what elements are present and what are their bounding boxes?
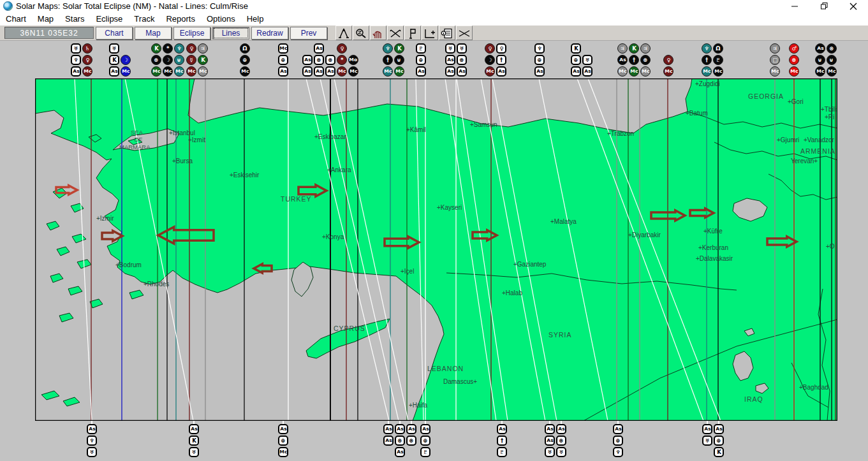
astro-glyph-badge: † xyxy=(629,55,639,65)
country-label: LEBANON xyxy=(427,365,464,372)
tool-icon-bar xyxy=(335,26,473,40)
astro-glyph-badge: Mc xyxy=(163,66,173,77)
astro-glyph-badge: ♃ xyxy=(198,43,208,54)
flag-tool-button[interactable] xyxy=(404,26,421,40)
city-label: +Küfre xyxy=(703,228,723,235)
prev-button[interactable]: Prev xyxy=(290,27,327,40)
pan-tool-button[interactable] xyxy=(370,26,386,40)
astro-glyph-badge: ☿ xyxy=(186,55,196,65)
astro-glyph-badge: ♀ xyxy=(186,43,196,54)
astro-glyph-badge: † xyxy=(496,55,506,65)
city-label: +Içel xyxy=(401,268,414,275)
city-label: +Gori xyxy=(788,98,804,105)
astro-glyph-badge: ⊗ xyxy=(457,55,467,65)
astro-glyph-badge: ♇ xyxy=(416,43,426,54)
menu-chart[interactable]: Chart xyxy=(0,13,32,25)
astro-glyph-badge: As xyxy=(582,66,592,77)
menu-map[interactable]: Map xyxy=(32,13,59,25)
axes-tool-button[interactable] xyxy=(422,26,438,40)
astro-glyph-badge: ♀ xyxy=(82,55,92,65)
astro-glyph-badge: ♀ xyxy=(485,43,495,54)
astro-glyph-badge: As xyxy=(302,55,313,65)
toolbar: 36N11 035E32 ChartMapEclipseLinesRedrawP… xyxy=(0,26,868,41)
astro-glyph-badge: ⊕ xyxy=(240,55,250,65)
city-label: +Bursa xyxy=(172,157,193,165)
city-label: +Diyarbakir xyxy=(628,231,661,238)
astro-glyph-badge: ⊎ xyxy=(394,55,404,65)
astro-glyph-badge: As xyxy=(497,424,507,434)
astro-glyph-badge: ♃ xyxy=(640,43,651,54)
astro-glyph-badge: Mo xyxy=(348,55,358,65)
map-button[interactable]: Map xyxy=(135,27,172,40)
minimize-button[interactable] xyxy=(780,0,809,12)
info-tool-button[interactable] xyxy=(439,26,455,40)
cross-lines-icon xyxy=(458,27,471,39)
astro-glyph-badge: As xyxy=(109,66,119,77)
menu-eclipse[interactable]: Eclipse xyxy=(90,13,128,25)
city-label: +Samsun xyxy=(470,121,497,128)
city-label: +Izmir xyxy=(96,215,114,222)
lines-button[interactable]: Lines xyxy=(212,27,249,40)
city-label: +Vanadzor xyxy=(804,136,835,143)
astro-glyph-badge: As xyxy=(420,424,430,434)
solar-maps-window: { "window": { "title": "Solar Maps: Sola… xyxy=(0,0,868,461)
minimize-icon xyxy=(791,3,798,10)
chart-button[interactable]: Chart xyxy=(96,27,133,40)
compass-tool-button[interactable] xyxy=(335,26,352,40)
astro-glyph-badge: As xyxy=(395,447,405,457)
astro-glyph-badge: Mc xyxy=(82,66,92,77)
city-label: +O xyxy=(826,243,835,250)
astro-glyph-badge: ⊗ xyxy=(325,55,335,65)
astro-glyph-badge: ♆ xyxy=(383,43,393,54)
astro-glyph-badge: ⊗ xyxy=(640,55,651,65)
astro-glyph-badge: ⊎ xyxy=(174,55,184,65)
country-label: TURKEY xyxy=(281,195,312,203)
astro-glyph-badge: Mc xyxy=(278,43,288,54)
flag-icon xyxy=(406,27,419,39)
eclipse-button[interactable]: Eclipse xyxy=(173,27,210,40)
astro-glyph-badge: ⊎ xyxy=(827,55,837,65)
close-button[interactable] xyxy=(839,0,868,12)
astro-glyph-badge: ⊗ xyxy=(789,55,799,65)
astro-glyph-badge: □ xyxy=(770,55,780,65)
astro-glyph-badge: As xyxy=(325,66,335,77)
cross-tool-button[interactable] xyxy=(456,26,473,40)
astro-glyph-badge: K xyxy=(629,43,639,54)
scissors-tool-button[interactable] xyxy=(387,26,404,40)
menu-help[interactable]: Help xyxy=(241,13,270,25)
astro-glyph-badge: ♇ xyxy=(497,447,507,457)
astro-glyph-badge: ⊕ xyxy=(278,435,288,446)
astro-glyph-badge: As xyxy=(302,66,313,77)
menu-stars[interactable]: Stars xyxy=(59,13,90,25)
menu-options[interactable]: Options xyxy=(201,13,241,25)
astro-glyph-badge: As xyxy=(815,43,825,54)
astro-glyph-badge: Mc xyxy=(186,66,196,77)
astro-glyph-badge: Mc xyxy=(713,66,723,77)
astro-glyph-badge: As xyxy=(571,66,581,77)
zoom-tool-button[interactable] xyxy=(353,26,369,40)
astro-glyph-badge: ♅ xyxy=(445,43,455,54)
astro-glyph-badge: * xyxy=(163,43,173,54)
astro-glyph-badge: Mc xyxy=(702,66,712,77)
astro-glyph-badge: † xyxy=(702,55,712,65)
city-label: +Malatya xyxy=(550,218,577,225)
astro-glyph-badge: As xyxy=(714,424,724,434)
city-label: +Halab xyxy=(502,289,522,296)
map-svg: SEAOFMARMARA+Istanbul+Izmit+Bursa+Eskise… xyxy=(35,78,837,421)
city-label: +Konya xyxy=(322,233,344,240)
astro-glyph-badge: K xyxy=(151,43,161,54)
country-label: SYRIA xyxy=(548,331,572,339)
restore-button[interactable] xyxy=(809,0,839,12)
redraw-button[interactable]: Redraw xyxy=(251,27,288,40)
menu-track[interactable]: Track xyxy=(128,13,160,25)
astro-glyph-badge: ⊕ xyxy=(420,435,430,446)
astro-glyph-badge: Mc xyxy=(278,447,288,457)
astro-glyph-badge: ♀ xyxy=(496,43,506,54)
city-label: +Kayseri xyxy=(437,204,462,211)
menu-reports[interactable]: Reports xyxy=(160,13,201,25)
astro-glyph-badge: ♅ xyxy=(109,43,119,54)
astro-glyph-badge: ♀ xyxy=(337,43,347,54)
map-canvas[interactable]: SEAOFMARMARA+Istanbul+Izmit+Bursa+Eskise… xyxy=(35,78,837,421)
astro-glyph-badge: As xyxy=(702,424,712,434)
astro-glyph-badge: As xyxy=(383,435,394,446)
